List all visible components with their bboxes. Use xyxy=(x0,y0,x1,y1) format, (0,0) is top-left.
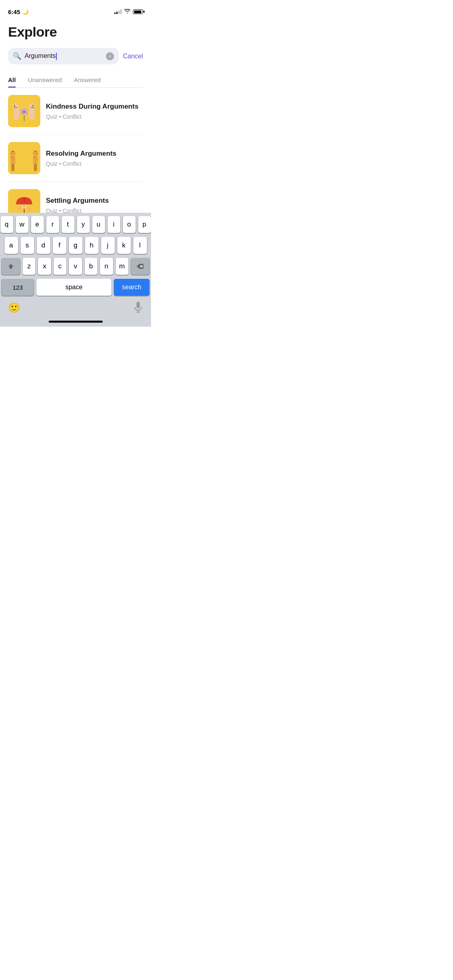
key-x[interactable]: x xyxy=(38,258,51,275)
svg-point-30 xyxy=(36,153,37,154)
result-info-1: Kindness During Arguments Quiz • Conflic… xyxy=(46,102,143,120)
svg-point-39 xyxy=(23,204,25,206)
result-thumbnail-2 xyxy=(8,142,40,174)
result-thumbnail-1 xyxy=(8,95,40,127)
key-b[interactable]: b xyxy=(85,258,97,275)
svg-rect-25 xyxy=(33,156,38,164)
search-key[interactable]: search xyxy=(114,279,149,296)
keyboard-row-3: z x c v b n m xyxy=(2,258,149,275)
key-i[interactable]: i xyxy=(108,216,120,233)
svg-point-12 xyxy=(21,112,23,115)
svg-rect-4 xyxy=(29,108,35,120)
keyboard-row-2: a s d f g h j k l xyxy=(2,237,149,254)
key-u[interactable]: u xyxy=(92,216,105,233)
search-container: 🔍 Arguments × Cancel xyxy=(8,48,143,64)
signal-icon xyxy=(114,9,122,14)
result-title-1: Kindness During Arguments xyxy=(46,102,143,111)
svg-point-21 xyxy=(13,159,14,161)
search-icon: 🔍 xyxy=(13,52,21,60)
key-n[interactable]: n xyxy=(100,258,113,275)
svg-point-20 xyxy=(11,156,13,158)
key-q[interactable]: q xyxy=(0,216,13,233)
svg-point-31 xyxy=(35,151,36,152)
key-o[interactable]: o xyxy=(123,216,136,233)
cancel-button[interactable]: Cancel xyxy=(123,53,143,60)
svg-point-3 xyxy=(14,105,15,107)
list-item[interactable]: Kindness During Arguments Quiz • Conflic… xyxy=(8,88,143,135)
key-k[interactable]: k xyxy=(117,237,131,254)
svg-point-22 xyxy=(11,153,12,154)
key-s[interactable]: s xyxy=(21,237,34,254)
svg-point-9 xyxy=(25,110,28,112)
svg-point-11 xyxy=(25,112,28,115)
tab-answered[interactable]: Answered xyxy=(74,72,101,87)
search-input[interactable]: Arguments xyxy=(25,52,103,60)
numbers-key[interactable]: 123 xyxy=(2,279,34,296)
space-key[interactable]: space xyxy=(36,279,112,296)
svg-point-28 xyxy=(34,156,35,158)
svg-point-8 xyxy=(23,108,25,111)
key-m[interactable]: m xyxy=(116,258,128,275)
moon-icon: 🌙 xyxy=(22,9,29,15)
svg-point-29 xyxy=(36,159,37,161)
key-v[interactable]: v xyxy=(69,258,82,275)
page-title: Explore xyxy=(8,24,143,40)
svg-rect-42 xyxy=(137,302,140,308)
svg-point-7 xyxy=(23,110,26,113)
battery-icon xyxy=(133,9,143,14)
delete-key[interactable] xyxy=(131,258,149,275)
svg-point-10 xyxy=(21,110,23,112)
search-bar[interactable]: 🔍 Arguments × xyxy=(8,48,119,64)
key-y[interactable]: y xyxy=(77,216,90,233)
key-t[interactable]: t xyxy=(62,216,74,233)
key-j[interactable]: j xyxy=(101,237,115,254)
status-bar: 6:45 🌙 xyxy=(0,0,151,18)
main-content: Explore 🔍 Arguments × Cancel All Unanswe… xyxy=(0,18,151,229)
key-l[interactable]: l xyxy=(133,237,147,254)
svg-point-2 xyxy=(12,103,19,109)
svg-rect-17 xyxy=(10,156,15,164)
home-indicator xyxy=(2,321,149,325)
keyboard-accessories: 🙂 xyxy=(2,299,149,321)
result-info-3: Settling Arguments Quiz • Conflict xyxy=(46,196,143,214)
result-title-2: Resolving Arguments xyxy=(46,149,143,158)
keyboard: q w e r t y u i o p a s d f g h j k l z … xyxy=(0,213,151,327)
result-meta-1: Quiz • Conflict xyxy=(46,113,143,120)
key-g[interactable]: g xyxy=(69,237,83,254)
tab-all[interactable]: All xyxy=(8,72,16,87)
microphone-button[interactable] xyxy=(133,301,143,314)
tabs-container: All Unanswered Answered xyxy=(8,72,143,88)
svg-point-6 xyxy=(33,105,34,107)
svg-rect-1 xyxy=(14,108,19,120)
results-list: Kindness During Arguments Quiz • Conflic… xyxy=(8,88,143,229)
key-p[interactable]: p xyxy=(138,216,151,233)
status-icons xyxy=(114,8,143,15)
key-z[interactable]: z xyxy=(23,258,35,275)
key-d[interactable]: d xyxy=(37,237,50,254)
key-f[interactable]: f xyxy=(53,237,66,254)
status-time: 6:45 xyxy=(8,8,20,15)
svg-point-5 xyxy=(29,103,35,109)
key-a[interactable]: a xyxy=(4,237,18,254)
home-bar xyxy=(49,321,103,323)
key-e[interactable]: e xyxy=(31,216,44,233)
key-r[interactable]: r xyxy=(46,216,59,233)
keyboard-row-1: q w e r t y u i o p xyxy=(2,216,149,233)
result-meta-2: Quiz • Conflict xyxy=(46,161,143,167)
key-w[interactable]: w xyxy=(16,216,29,233)
key-c[interactable]: c xyxy=(54,258,66,275)
key-h[interactable]: h xyxy=(85,237,99,254)
tab-unanswered[interactable]: Unanswered xyxy=(28,72,62,87)
keyboard-row-bottom: 123 space search xyxy=(2,279,149,296)
svg-point-23 xyxy=(12,151,13,152)
clear-button[interactable]: × xyxy=(106,52,114,60)
shift-key[interactable] xyxy=(2,258,20,275)
emoji-button[interactable]: 🙂 xyxy=(8,302,20,313)
wifi-icon xyxy=(124,8,130,15)
result-info-2: Resolving Arguments Quiz • Conflict xyxy=(46,149,143,167)
result-title-3: Settling Arguments xyxy=(46,196,143,205)
list-item[interactable]: Resolving Arguments Quiz • Conflict xyxy=(8,135,143,182)
